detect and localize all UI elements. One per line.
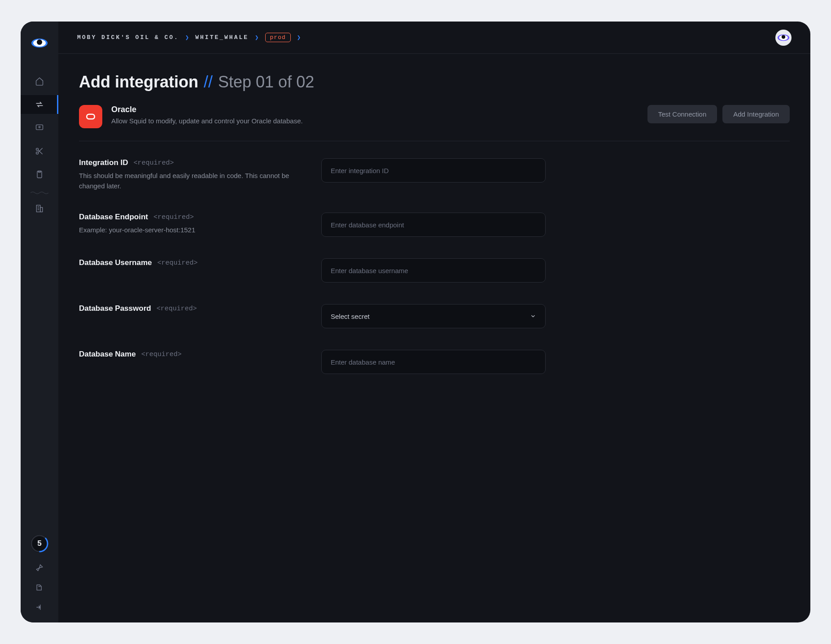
nav-home[interactable] (21, 72, 58, 91)
test-connection-button[interactable]: Test Connection (647, 105, 717, 123)
chevron-right-icon: ❯ (255, 34, 258, 41)
clipboard-icon (35, 170, 44, 179)
required-tag: <required> (157, 259, 198, 267)
required-tag: <required> (153, 213, 194, 221)
main: MOBY DICK'S OIL & CO. ❯ WHITE_WHALE ❯ pr… (58, 22, 810, 622)
password-select-label: Select secret (331, 313, 370, 320)
chevron-right-icon: ❯ (297, 34, 301, 41)
svg-rect-9 (40, 208, 43, 212)
svg-point-5 (36, 148, 39, 150)
required-tag: <required> (141, 351, 182, 358)
form-row-dbname: Database Name <required> (79, 350, 790, 374)
nav-integrations[interactable] (21, 95, 58, 114)
integration-id-input[interactable] (321, 158, 546, 183)
chevron-down-icon (530, 313, 536, 319)
svg-rect-3 (36, 125, 43, 130)
breadcrumbs: MOBY DICK'S OIL & CO. ❯ WHITE_WHALE ❯ pr… (77, 33, 301, 42)
svg-point-14 (782, 35, 785, 39)
nav-monitor[interactable] (21, 118, 58, 137)
header-actions: Test Connection Add Integration (647, 105, 790, 123)
required-tag: <required> (134, 159, 174, 167)
nav-items-secondary (21, 199, 58, 218)
counter-value: 5 (37, 539, 41, 548)
arrows-swap-icon (35, 100, 44, 109)
username-label: Database Username (79, 258, 152, 267)
integration-header: Oracle Allow Squid to modify, update and… (79, 105, 790, 141)
endpoint-hint: Example: your-oracle-server-host:1521 (79, 225, 303, 235)
breadcrumb-project[interactable]: WHITE_WHALE (195, 34, 249, 41)
broom-icon (35, 563, 44, 572)
monitor-icon (35, 123, 44, 132)
nav-items (21, 72, 58, 184)
nav-scissors[interactable] (21, 142, 58, 161)
endpoint-label: Database Endpoint (79, 213, 148, 222)
app-window: 5 MOBY DICK'S OIL & CO. ❯ WHITE_WHALE ❯ … (21, 22, 810, 622)
nav-logout[interactable] (35, 603, 44, 614)
nav-settings[interactable] (35, 583, 44, 594)
oracle-logo-icon (84, 110, 97, 123)
eye-logo-icon (31, 38, 48, 48)
logo (31, 34, 48, 52)
sidebar: 5 (21, 22, 58, 622)
integration-id-hint: This should be meaningful and easily rea… (79, 171, 303, 191)
breadcrumb-env[interactable]: prod (265, 33, 291, 42)
form-row-password: Database Password <required> Select secr… (79, 304, 790, 328)
nav-clipboard[interactable] (21, 165, 58, 184)
tool-icon (35, 583, 44, 592)
username-input[interactable] (321, 258, 546, 283)
form-row-username: Database Username <required> (79, 258, 790, 283)
nav-building[interactable] (21, 199, 58, 218)
oracle-icon (79, 105, 102, 128)
integration-description: Allow Squid to modify, update and contro… (111, 117, 639, 125)
integration-name: Oracle (111, 105, 639, 114)
integration-id-label: Integration ID (79, 158, 128, 167)
password-select[interactable]: Select secret (321, 304, 546, 328)
form-row-endpoint: Database Endpoint <required> Example: yo… (79, 213, 790, 237)
nav-broom[interactable] (35, 563, 44, 574)
avatar[interactable] (775, 30, 792, 46)
svg-point-4 (39, 126, 40, 128)
page-step: Step 01 of 02 (218, 73, 314, 91)
topbar: MOBY DICK'S OIL & CO. ❯ WHITE_WHALE ❯ pr… (58, 22, 810, 54)
eye-avatar-icon (777, 34, 790, 42)
breadcrumb-org[interactable]: MOBY DICK'S OIL & CO. (77, 34, 179, 41)
logout-icon (35, 603, 44, 612)
endpoint-input[interactable] (321, 213, 546, 237)
content: Add integration // Step 01 of 02 Oracle … (58, 54, 810, 414)
svg-point-6 (36, 152, 39, 154)
password-label: Database Password (79, 304, 151, 313)
form-row-integration-id: Integration ID <required> This should be… (79, 158, 790, 191)
dbname-label: Database Name (79, 350, 136, 359)
scissors-icon (35, 147, 44, 156)
bottom-icons (35, 563, 44, 614)
home-icon (35, 77, 44, 86)
page-title: Add integration // Step 01 of 02 (79, 73, 790, 91)
dbname-input[interactable] (321, 350, 546, 374)
page-title-text: Add integration (79, 73, 198, 91)
wavy-divider-icon (31, 190, 48, 196)
counter-badge[interactable]: 5 (31, 535, 48, 553)
svg-point-2 (37, 39, 42, 45)
building-icon (35, 204, 44, 213)
required-tag: <required> (157, 305, 197, 313)
chevron-right-icon: ❯ (185, 34, 189, 41)
title-separator: // (204, 73, 213, 91)
add-integration-button[interactable]: Add Integration (722, 105, 790, 123)
integration-info: Oracle Allow Squid to modify, update and… (111, 105, 639, 125)
svg-rect-15 (87, 114, 95, 119)
svg-rect-8 (36, 205, 40, 212)
